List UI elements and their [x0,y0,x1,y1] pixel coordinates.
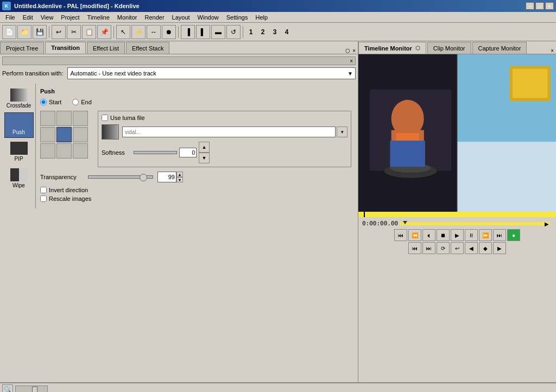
skip-to-start-button[interactable]: ⏮ [394,229,407,241]
push-cell-tr[interactable] [73,111,88,126]
menu-view[interactable]: View [37,13,57,22]
rewind-button[interactable]: ⏪ [408,229,421,241]
end-radio[interactable] [72,99,79,105]
record-button[interactable]: ● [507,229,520,241]
luma-browse-button[interactable]: ▾ [337,127,348,137]
title-bar: K Untitled.kdenlive - PAL [modified] - K… [0,0,556,12]
maximize-button[interactable]: □ [535,2,544,10]
start-radio[interactable] [40,99,47,105]
tab-effect-stack[interactable]: Effect Stack [126,42,170,54]
extract-button[interactable]: ↩ [451,242,464,254]
zone-btn[interactable]: ▬ [211,25,225,39]
push-cell-tc[interactable] [56,111,72,126]
transition-push[interactable]: Push [4,112,34,138]
softness-up[interactable]: ▲ [199,142,210,153]
transparency-label: Transparency [40,174,84,180]
num-3: 3 [269,26,280,38]
close-button[interactable]: × [545,2,554,10]
transparency-slider[interactable] [88,175,153,179]
push-cell-br[interactable] [73,143,88,159]
panel-close-button[interactable]: × [352,48,356,54]
rescale-checkbox[interactable] [40,195,47,202]
luma-file-input[interactable] [122,127,336,137]
start-end-radio-row: Start End [40,99,351,105]
panel-float-button[interactable]: ⬡ [345,48,350,54]
loop-button[interactable]: ⟳ [437,242,450,254]
monitor-panel-close[interactable]: × [551,48,554,54]
invert-checkbox[interactable] [40,187,47,193]
new-button[interactable]: 📄 [2,25,16,39]
push-cell-mr[interactable] [73,127,88,142]
dropdown-arrow-icon: ▼ [348,71,353,77]
transparency-down[interactable]: ▼ [176,177,183,182]
tab-effect-list[interactable]: Effect List [87,42,125,54]
transition-pip[interactable]: PIP [4,139,34,165]
menu-settings[interactable]: Settings [223,13,251,22]
fast-forward-button[interactable]: ⏩ [479,229,492,241]
paste-button[interactable]: 📌 [97,25,111,39]
push-cell-bc[interactable] [56,143,72,159]
tab-clip-monitor[interactable]: Clip Monitor [427,42,471,54]
push-cell-tl[interactable] [40,111,55,126]
timeline-monitor-tab-close[interactable]: ⬡ [415,45,420,51]
menu-help[interactable]: Help [252,13,271,22]
start-radio-label[interactable]: Start [40,99,61,105]
softness-down[interactable]: ▼ [199,153,210,163]
end-radio-label[interactable]: End [72,99,92,105]
razor-button[interactable]: ⚡ [131,25,146,39]
copy-button[interactable]: 📋 [82,25,96,39]
softness-input[interactable] [179,148,197,157]
next-frame-button[interactable]: ⏭ [422,242,435,254]
transition-crossfade[interactable]: Crossfade [4,86,34,111]
spacer-button[interactable]: ↔ [147,25,161,39]
menu-monitor[interactable]: Monitor [114,13,141,22]
skip-to-end-button[interactable]: ⏭ [493,229,506,241]
menu-project[interactable]: Project [58,13,83,22]
window-controls[interactable]: − □ × [526,2,554,10]
menu-layout[interactable]: Layout [169,13,193,22]
step-back-button[interactable]: ⏴ [422,229,435,241]
transparency-input[interactable] [157,172,176,182]
play-button[interactable]: ▶ [451,229,464,241]
push-cell-mc[interactable] [56,127,72,142]
luma-checkbox-row: Use luma file [102,115,348,121]
select-button[interactable]: ↖ [116,25,130,39]
prev-frame-button[interactable]: ⏮ [408,242,421,254]
menu-window[interactable]: Window [194,13,222,22]
transparency-up[interactable]: ▲ [176,172,183,177]
track-dropdown[interactable]: Automatic - Use next video track ▼ [67,67,356,79]
zone-start[interactable]: ▐ [181,25,195,39]
menu-render[interactable]: Render [141,13,167,22]
zoom-button[interactable]: 🔍 [2,384,13,393]
tab-project-tree[interactable]: Project Tree [0,42,44,54]
play-pause-button[interactable]: ⏸ [465,229,478,241]
push-cell-bl[interactable] [40,143,55,159]
panel-close-icon[interactable]: × [349,58,354,64]
record-button[interactable]: ⏺ [162,25,176,39]
undo-button[interactable]: ↩ [52,25,66,39]
zone-end[interactable]: ▌ [196,25,210,39]
use-luma-checkbox[interactable] [102,115,108,121]
cut-button[interactable]: ✂ [67,25,81,39]
video-frame [358,54,556,212]
menu-timeline[interactable]: Timeline [84,13,113,22]
transition-wipe[interactable]: Wipe [4,166,34,191]
revert-btn[interactable]: ↺ [226,25,241,39]
tab-capture-monitor[interactable]: Capture Monitor [472,42,527,54]
clip-end-button[interactable]: ▶ [493,242,506,254]
transparency-thumb[interactable] [140,174,147,181]
softness-slider[interactable] [134,151,177,154]
transparency-spinbox: ▲ ▼ [157,172,183,182]
tab-transition[interactable]: Transition [45,42,86,54]
tab-timeline-monitor[interactable]: Timeline Monitor ⬡ [358,42,426,54]
save-button[interactable]: 💾 [33,25,47,39]
clip-start-button[interactable]: ◀ [465,242,478,254]
menu-edit[interactable]: Edit [20,13,36,22]
zoom-slider[interactable] [15,385,48,393]
push-cell-ml[interactable] [40,127,55,142]
marker-button[interactable]: ◆ [479,242,492,254]
open-button[interactable]: 📁 [17,25,31,39]
menu-file[interactable]: File [2,13,18,22]
minimize-button[interactable]: − [526,2,534,10]
stop-button[interactable]: ⏹ [437,229,450,241]
